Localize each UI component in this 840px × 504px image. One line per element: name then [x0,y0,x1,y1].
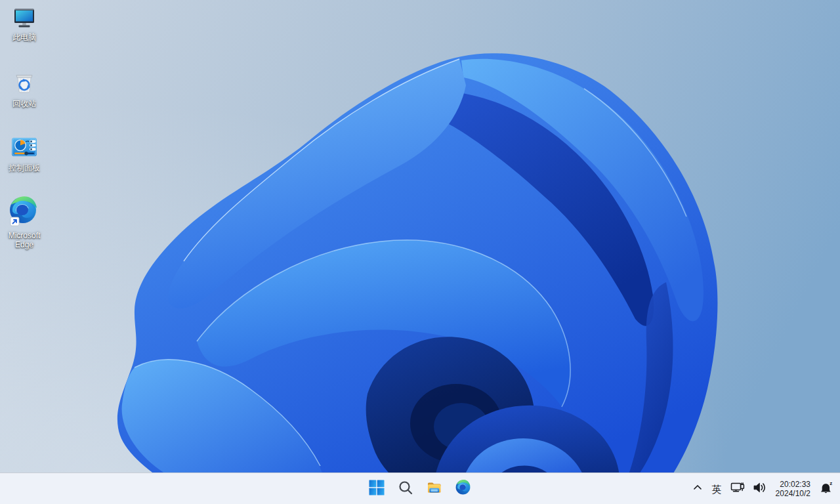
network-button[interactable] [726,476,749,502]
file-explorer-button[interactable] [421,476,448,502]
ime-language-label: 英 [712,484,722,494]
desktop-icon-microsoft-edge[interactable]: Microsoft Edge [1,194,48,249]
desktop-icon-label: 控制面板 [9,163,40,173]
control-panel-icon [10,133,39,161]
folder-icon [426,479,443,499]
taskbar: 英 20:02:33 2024/10/2 [0,472,840,504]
svg-text:z: z [830,480,832,486]
desktop-icon-this-pc[interactable]: 此电脑 [1,5,48,42]
recycle-bin-icon [10,69,38,96]
desktop-icon-control-panel[interactable]: 控制面板 [1,132,48,173]
system-tray: 英 20:02:33 2024/10/2 [688,473,837,504]
this-pc-icon [12,7,36,30]
network-ethernet-icon [729,479,746,499]
clock-time: 20:02:33 [780,480,810,489]
bell-dnd-icon: z [818,479,835,499]
clock-date: 2024/10/2 [776,489,810,498]
notification-center-button[interactable]: z [815,476,837,502]
edge-button[interactable] [450,476,476,502]
wallpaper-bloom [0,0,840,504]
desktop-icon-label: Microsoft Edge [1,231,47,249]
tray-overflow-button[interactable] [688,476,707,502]
taskbar-clock[interactable]: 20:02:33 2024/10/2 [771,476,815,502]
search-icon [398,480,413,498]
desktop-surface[interactable]: 此电脑 回收站 [0,0,840,504]
edge-icon [455,479,472,499]
taskbar-center-buttons [362,473,478,504]
desktop-icon-recycle-bin[interactable]: 回收站 [1,68,48,108]
speaker-icon [751,479,768,499]
start-button[interactable] [364,476,390,502]
search-button[interactable] [392,476,419,502]
ime-indicator[interactable]: 英 [707,476,726,502]
edge-icon [8,196,41,228]
desktop-icon-label: 此电脑 [12,33,36,42]
windows-start-icon [369,480,385,498]
chevron-up-icon [690,480,705,497]
volume-button[interactable] [749,476,771,502]
desktop-icon-label: 回收站 [12,99,36,108]
